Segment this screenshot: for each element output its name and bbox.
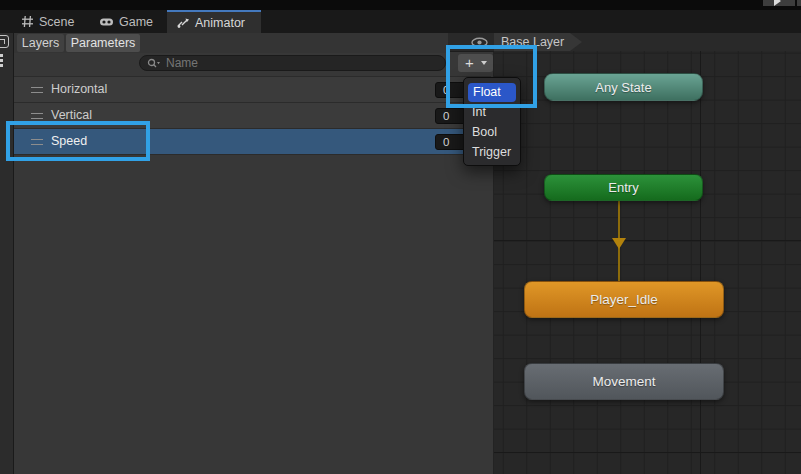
play-button[interactable] [763, 0, 795, 6]
node-movement[interactable]: Movement [524, 363, 724, 400]
left-edge-strip [0, 33, 14, 474]
grid-major-line [494, 240, 801, 241]
tab-bar: Scene Game Ani [0, 10, 801, 33]
grid-major-line [700, 51, 701, 474]
transition-arrowhead-icon [612, 238, 626, 249]
tab-animator[interactable]: Animator [167, 10, 261, 33]
parameter-search-field[interactable]: Name [139, 55, 446, 71]
annotation-box-speed-row [6, 121, 150, 161]
pause-button[interactable] [797, 0, 801, 6]
tab-game[interactable]: Game [99, 10, 153, 33]
top-strip [0, 0, 801, 10]
parameter-name: Horizontal [51, 77, 107, 102]
search-placeholder: Name [166, 56, 198, 70]
animator-icon [177, 17, 190, 29]
sidebar-tab-parameters[interactable]: Parameters [66, 34, 140, 52]
annotation-box-add-button [446, 45, 537, 108]
menu-item-trigger[interactable]: Trigger [464, 143, 520, 163]
gamepad-icon [99, 15, 114, 28]
vertical-dots-icon [0, 54, 3, 68]
tab-label: Animator [195, 16, 245, 30]
unity-animator-window: Scene Game Ani [0, 0, 801, 474]
animator-graph-canvas[interactable] [494, 51, 801, 474]
drag-handle-icon[interactable] [31, 113, 43, 119]
node-entry[interactable]: Entry [544, 174, 703, 201]
tab-label: Game [119, 15, 153, 29]
grid-icon [21, 15, 34, 28]
menu-item-bool[interactable]: Bool [464, 123, 520, 143]
tab-label: Scene [39, 15, 74, 29]
drag-handle-icon[interactable] [31, 87, 43, 93]
parameter-row-horizontal[interactable]: Horizontal 0 [14, 77, 491, 103]
play-icon [774, 0, 781, 6]
popout-icon [0, 35, 9, 48]
sidebar-header: Layers Parameters [14, 33, 448, 53]
node-player-idle[interactable]: Player_Idle [524, 281, 724, 318]
search-icon [147, 58, 160, 69]
node-any-state[interactable]: Any State [544, 73, 703, 101]
grid-major-line [494, 452, 801, 453]
sidebar-tab-layers[interactable]: Layers [17, 34, 64, 52]
tab-scene[interactable]: Scene [21, 10, 74, 33]
